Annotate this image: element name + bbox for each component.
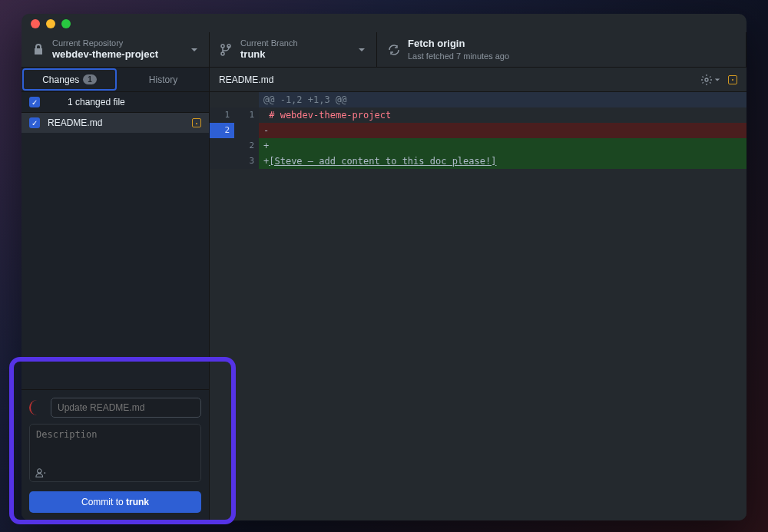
- sidebar: Changes 1 History ✓ 1 changed file ✓ REA…: [22, 68, 210, 520]
- app-window: Current Repository webdev-theme-project …: [22, 14, 746, 520]
- add-coauthor-icon[interactable]: [35, 468, 46, 481]
- repo-label: Current Repository: [52, 38, 186, 48]
- sync-icon: [388, 44, 400, 56]
- diff-panel: README.md • @@ -1,2 +1,3 @@ 11 # webdev-…: [210, 68, 746, 520]
- sidebar-tabs: Changes 1 History: [22, 68, 209, 92]
- branch-icon: [220, 44, 233, 56]
- tab-changes-label: Changes: [42, 74, 79, 85]
- commit-button-branch: trunk: [126, 497, 149, 507]
- diff-line: 11 # webdev-theme-project: [210, 107, 746, 123]
- branch-name: trunk: [240, 48, 353, 61]
- branch-label: Current Branch: [240, 38, 353, 48]
- commit-description-input[interactable]: [29, 424, 201, 482]
- files-header: ✓ 1 changed file: [22, 92, 209, 113]
- commit-button[interactable]: Commit to trunk: [29, 491, 201, 513]
- svg-point-0: [705, 78, 708, 81]
- tab-changes[interactable]: Changes 1: [22, 68, 117, 91]
- diff-line-deleted: 2 -: [210, 123, 746, 138]
- fetch-button[interactable]: Fetch origin Last fetched 7 minutes ago: [377, 32, 746, 67]
- chevron-down-icon: [358, 46, 366, 54]
- file-status-modified-icon: •: [192, 118, 201, 127]
- diff-line-added: 3 +[Steve — add content to this doc plea…: [210, 154, 746, 169]
- toolbar: Current Repository webdev-theme-project …: [22, 28, 746, 68]
- file-name: README.md: [48, 117, 192, 128]
- lock-icon: [32, 44, 45, 56]
- diff-hunk-header: @@ -1,2 +1,3 @@: [210, 92, 746, 107]
- fetch-label: Fetch origin: [408, 38, 735, 51]
- repo-selector[interactable]: Current Repository webdev-theme-project: [22, 32, 210, 67]
- file-row[interactable]: ✓ README.md •: [22, 113, 209, 133]
- diff-expand-icon[interactable]: •: [728, 75, 737, 84]
- repo-name: webdev-theme-project: [52, 48, 186, 61]
- fetch-status: Last fetched 7 minutes ago: [408, 51, 735, 61]
- files-count: 1 changed file: [68, 97, 201, 107]
- commit-button-prefix: Commit to: [81, 497, 126, 507]
- tab-history-label: History: [149, 74, 177, 85]
- diff-line-added: 2 +: [210, 138, 746, 154]
- avatar: [29, 400, 45, 415]
- tab-changes-count: 1: [83, 74, 97, 84]
- content: Changes 1 History ✓ 1 changed file ✓ REA…: [22, 68, 746, 520]
- chevron-down-icon: [190, 46, 198, 54]
- commit-summary-input[interactable]: [51, 398, 201, 418]
- titlebar: [22, 14, 746, 28]
- branch-selector[interactable]: Current Branch trunk: [210, 32, 377, 67]
- commit-panel: Commit to trunk: [22, 389, 209, 520]
- files-list: ✓ README.md •: [22, 113, 209, 389]
- tab-history[interactable]: History: [118, 68, 209, 91]
- select-all-checkbox[interactable]: ✓: [29, 97, 40, 107]
- diff-settings-icon[interactable]: [700, 74, 720, 86]
- diff-header: README.md •: [210, 68, 746, 92]
- diff-body: @@ -1,2 +1,3 @@ 11 # webdev-theme-projec…: [210, 92, 746, 169]
- file-checkbox[interactable]: ✓: [29, 117, 40, 128]
- diff-filename: README.md: [219, 74, 693, 85]
